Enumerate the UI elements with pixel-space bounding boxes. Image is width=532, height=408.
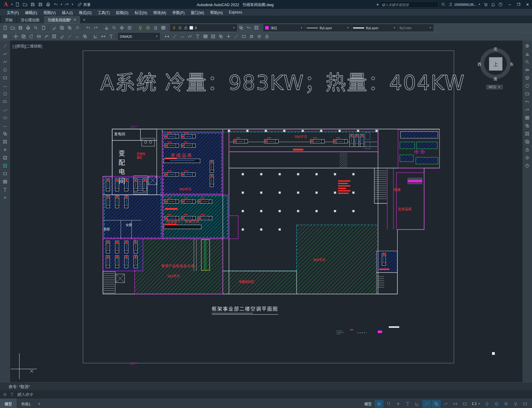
show-motion-icon[interactable] (523, 82, 531, 89)
dim-aligned-icon[interactable] (171, 33, 178, 40)
viewport-controls[interactable]: [-][俯视][二维线框] (13, 43, 42, 49)
paste-icon[interactable] (66, 24, 73, 31)
compass-west[interactable]: 西 (478, 61, 481, 67)
new-tab-button[interactable]: + (81, 16, 88, 23)
menu-dimension[interactable]: 标注(N) (132, 10, 150, 15)
zoom-icon[interactable] (110, 24, 118, 31)
named-views-icon[interactable] (523, 90, 531, 97)
infer-constraints-toggle[interactable] (394, 400, 403, 408)
layout-tab-layout1[interactable]: 布局1 (17, 398, 35, 408)
customize-command-icon[interactable] (3, 392, 7, 397)
table-icon[interactable] (202, 33, 209, 40)
array-icon[interactable] (50, 33, 58, 40)
point-tool-icon[interactable] (1, 146, 9, 153)
new-icon[interactable] (1, 24, 9, 31)
close-tab-icon[interactable]: ✕ (73, 18, 76, 22)
copy-clip-icon[interactable] (58, 24, 65, 31)
redo-button[interactable] (63, 1, 70, 8)
lock-ui-icon[interactable] (263, 33, 270, 40)
copy-icon[interactable] (20, 33, 27, 40)
tab-office-building[interactable]: 办公楼出图 (17, 16, 44, 23)
circle-tool-icon[interactable] (1, 90, 9, 97)
dynamic-input-toggle[interactable] (403, 400, 412, 408)
layer-palette-icon[interactable] (523, 114, 531, 121)
model-space-canvas[interactable]: [-][俯视][二维线框] (10, 41, 522, 382)
plot-button[interactable] (45, 1, 52, 8)
menu-help[interactable]: 帮助(H) (207, 10, 226, 15)
settings-toolbar-icon[interactable] (523, 154, 531, 161)
layout-tab-model[interactable]: 模型 (0, 398, 17, 408)
plot-preview-icon[interactable] (32, 24, 39, 31)
new-layout-button[interactable]: + (35, 401, 43, 406)
cut-icon[interactable] (50, 24, 58, 31)
open-icon[interactable] (9, 24, 16, 31)
rectangle-tool-icon[interactable] (1, 74, 9, 81)
grid-toggle[interactable] (375, 400, 384, 408)
maximize-button[interactable]: ❐ (514, 0, 523, 9)
construction-line-tool-icon[interactable] (1, 50, 9, 57)
ellipse-tool-icon[interactable] (1, 114, 9, 121)
layer-freeze-icon[interactable] (144, 24, 152, 31)
revision-cloud-tool-icon[interactable] (1, 98, 9, 105)
account-button[interactable]: 1505999135... ▼ (448, 2, 481, 7)
plot-icon[interactable] (24, 24, 32, 31)
move-icon[interactable] (12, 33, 19, 40)
command-input[interactable]: 键入命令 (0, 390, 532, 398)
text-icon[interactable] (107, 33, 115, 40)
hatch-tool-icon[interactable] (1, 154, 9, 161)
help-toolbar-icon[interactable] (523, 162, 531, 169)
undo-icon[interactable] (84, 24, 92, 31)
drawing[interactable]: A系统 冷量：983KW；热量：404KW (10, 41, 522, 382)
mirror-icon[interactable] (35, 33, 42, 40)
menu-format[interactable]: 格式(O) (76, 10, 95, 15)
full-navigation-wheel-icon[interactable] (523, 42, 531, 49)
workspace-switch[interactable] (502, 400, 510, 408)
autoscale-toggle[interactable] (492, 400, 501, 408)
pan-icon[interactable] (103, 24, 110, 31)
menu-insert[interactable]: 插入(I) (59, 10, 76, 15)
viewcube-top-face[interactable]: 上 (489, 57, 502, 71)
notification-bell-icon[interactable] (491, 2, 495, 7)
color-select[interactable]: 洋红 ▼ (263, 24, 305, 31)
annotation-scale-select[interactable]: 1:1 ▼ (470, 402, 482, 406)
minimize-button[interactable]: ─ (505, 0, 514, 9)
tab-start[interactable]: 开始 (1, 16, 17, 23)
menu-modify[interactable]: 修改(M) (150, 10, 169, 15)
region-tool-icon[interactable] (1, 170, 9, 177)
snap-toggle[interactable] (384, 400, 393, 408)
share-button[interactable]: 共享 (74, 2, 94, 7)
dim-linear-icon[interactable] (163, 33, 171, 40)
publish-icon[interactable] (40, 24, 47, 31)
undo-button[interactable] (52, 1, 59, 8)
osnap-toggle[interactable] (432, 400, 441, 408)
clean-screen-toggle[interactable] (521, 400, 530, 408)
menu-parametric[interactable]: 参数(P) (169, 10, 188, 15)
menu-draw[interactable]: 绘图(D) (113, 10, 132, 15)
pan-tool-icon[interactable] (523, 50, 531, 57)
line-tool-icon[interactable] (1, 42, 9, 49)
mtext-tool-icon[interactable] (1, 186, 9, 193)
make-block-tool-icon[interactable] (1, 138, 9, 145)
dimension-icon[interactable] (100, 33, 107, 40)
grid-icon[interactable] (248, 33, 255, 40)
linetype-select[interactable]: ByLayer ▼ (305, 24, 351, 31)
layer-properties-icon[interactable] (160, 24, 167, 31)
compass-east[interactable]: 东 (510, 61, 514, 67)
erase-icon[interactable] (58, 33, 65, 40)
leader-icon[interactable] (186, 33, 194, 40)
annotation-visibility-toggle[interactable] (483, 400, 491, 408)
layer-lock-icon[interactable] (152, 24, 159, 31)
polyline-tool-icon[interactable] (1, 58, 9, 65)
tool-palettes-icon[interactable] (523, 130, 531, 137)
orbit-tool-icon[interactable] (523, 66, 531, 73)
add-selected-tool-icon[interactable] (1, 194, 9, 201)
help-icon[interactable] (498, 2, 503, 7)
search-arrow-icon[interactable]: ▶ (377, 3, 379, 6)
search-icon[interactable] (441, 2, 446, 7)
menu-window[interactable]: 窗口(W) (188, 10, 207, 15)
make-layer-current-icon[interactable] (237, 24, 245, 31)
plotstyle-select[interactable]: ByColor ▼ (398, 24, 433, 31)
fillet-icon[interactable] (73, 33, 81, 40)
lineweight-select[interactable]: ByLayer ▼ (351, 24, 397, 31)
ortho-icon[interactable] (92, 33, 99, 40)
